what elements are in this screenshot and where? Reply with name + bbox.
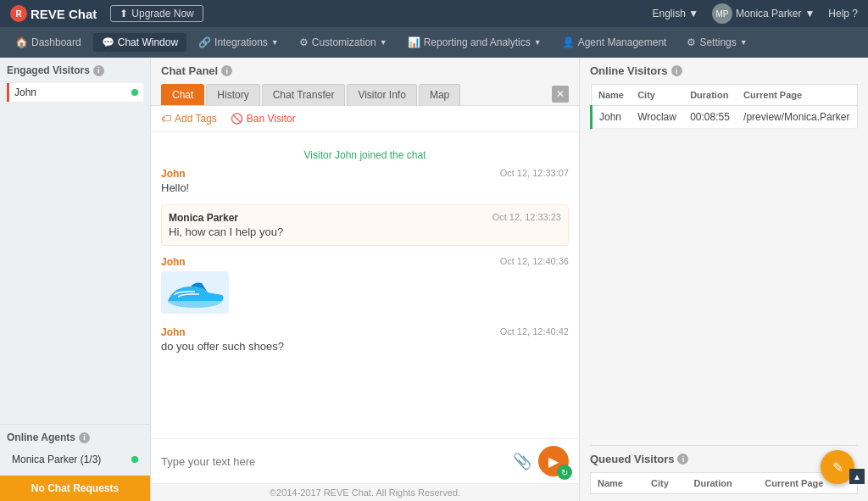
agent-item-name: Monica Parker (1/3) — [12, 454, 101, 465]
chat-input[interactable] — [161, 455, 506, 468]
no-chat-requests: No Chat Requests — [0, 476, 150, 501]
close-chat-button[interactable]: ✕ — [552, 86, 569, 103]
message-block-agent: Monica Parker Oct 12, 12:33:23 Hi, how c… — [161, 204, 569, 246]
chat-tabs: Chat History Chat Transfer Visitor Info … — [161, 84, 569, 105]
tab-chat[interactable]: Chat — [161, 84, 204, 105]
nav-dashboard[interactable]: 🏠 Dashboard — [7, 33, 90, 52]
online-visitors-section: Online Visitors i Name City Duration Cur… — [580, 58, 868, 445]
refresh-icon[interactable]: ↻ — [557, 465, 572, 480]
chat-actions: 🏷 Add Tags 🚫 Ban Visitor — [151, 106, 579, 132]
row-name: John — [592, 106, 632, 129]
agent-item[interactable]: Monica Parker (1/3) — [7, 450, 143, 469]
nav-customization[interactable]: ⚙ Customization ▼ — [291, 33, 396, 52]
nav-agent-management[interactable]: 👤 Agent Management — [554, 33, 676, 52]
language-selector[interactable]: English ▼ — [652, 8, 698, 19]
logo-icon: R — [10, 5, 27, 22]
engaged-visitors-title: Engaged Visitors i — [7, 64, 143, 76]
nav-reporting[interactable]: 📊 Reporting and Analytics ▼ — [399, 33, 550, 52]
msg-text: do you offer such shoes? — [161, 340, 569, 353]
logo: R REVE Chat — [10, 5, 97, 22]
msg-time: Oct 12, 12:33:23 — [492, 212, 561, 224]
info-icon[interactable]: i — [93, 65, 104, 76]
attach-icon[interactable]: 📎 — [513, 452, 531, 470]
tab-map[interactable]: Map — [419, 84, 460, 105]
col-city: City — [631, 85, 683, 106]
footer-copyright: ©2014-2017 REVE Chat. All Rights Reserve… — [151, 483, 579, 501]
tab-visitor-info[interactable]: Visitor Info — [347, 84, 416, 105]
right-panel: Online Visitors i Name City Duration Cur… — [580, 58, 868, 501]
message-header: John Oct 12, 12:33:07 — [161, 168, 569, 180]
chat-panel-title: Chat Panel i — [161, 64, 569, 77]
message-block: John Oct 12, 12:33:07 Hello! — [161, 168, 569, 194]
row-city: Wroclaw — [631, 106, 683, 129]
row-duration: 00:08:55 — [683, 106, 737, 129]
online-visitors-info-icon[interactable]: i — [671, 65, 682, 76]
agent-name[interactable]: MP Monica Parker ▼ — [712, 3, 815, 24]
status-dot — [131, 89, 138, 96]
main-layout: Engaged Visitors i John Online Agents i … — [0, 58, 868, 501]
table-row[interactable]: John Wroclaw 00:08:55 /preview/Monica.Pa… — [592, 106, 858, 129]
add-tags-link[interactable]: 🏷 Add Tags — [161, 113, 217, 125]
agent-status-dot — [131, 456, 138, 463]
nav-integrations[interactable]: 🔗 Integrations ▼ — [190, 33, 287, 52]
msg-sender: John — [161, 256, 186, 268]
shoe-image — [161, 271, 229, 316]
col-duration: Duration — [683, 85, 737, 106]
message-block: John Oct 12, 12:40:42 do you offer such … — [161, 326, 569, 353]
chat-messages: Visitor John joined the chat John Oct 12… — [151, 132, 579, 438]
row-page: /preview/Monica.Parker — [737, 106, 857, 129]
msg-time: Oct 12, 12:33:07 — [500, 168, 569, 180]
table-header-row: Name City Duration Current Page — [591, 473, 858, 494]
msg-time: Oct 12, 12:40:36 — [500, 256, 569, 268]
engaged-visitors-section: Engaged Visitors i John — [0, 58, 150, 424]
tab-history[interactable]: History — [206, 84, 259, 105]
center-panel: Chat Panel i Chat History Chat Transfer … — [151, 58, 580, 501]
online-agents-title: Online Agents i — [7, 431, 143, 443]
q-col-duration: Duration — [687, 473, 758, 494]
online-visitors-title: Online Visitors i — [590, 64, 858, 77]
message-header: Monica Parker Oct 12, 12:33:23 — [169, 212, 561, 224]
ban-visitor-link[interactable]: 🚫 Ban Visitor — [231, 113, 296, 125]
tab-chat-transfer[interactable]: Chat Transfer — [262, 84, 346, 105]
avatar: MP — [712, 3, 732, 24]
message-header: John Oct 12, 12:40:36 — [161, 256, 569, 268]
msg-sender: John — [161, 326, 186, 338]
chat-panel-info-icon[interactable]: i — [221, 65, 232, 76]
table-header-row: Name City Duration Current Page — [592, 85, 858, 106]
upgrade-button[interactable]: ⬆ Upgrade Now — [110, 5, 203, 22]
help-link[interactable]: Help ? — [828, 8, 858, 19]
nav-settings[interactable]: ⚙ Settings ▼ — [678, 33, 755, 52]
msg-text: Hi, how can I help you? — [169, 225, 561, 238]
col-name: Name — [592, 85, 632, 106]
navbar: 🏠 Dashboard 💬 Chat Window 🔗 Integrations… — [0, 27, 868, 58]
chat-panel-header: Chat Panel i Chat History Chat Transfer … — [151, 58, 579, 106]
queued-info-icon[interactable]: i — [677, 454, 688, 465]
online-agents-section: Online Agents i Monica Parker (1/3) — [0, 424, 150, 476]
fab-arrow[interactable]: ▲ — [849, 469, 865, 484]
logo-text: REVE Chat — [31, 7, 97, 21]
msg-sender: John — [161, 168, 186, 180]
agents-info-icon[interactable]: i — [79, 432, 90, 443]
send-wrap: ▶ ↻ — [538, 446, 569, 476]
visitor-item[interactable]: John — [7, 83, 143, 102]
msg-time: Oct 12, 12:40:42 — [500, 326, 569, 338]
online-visitors-table: Name City Duration Current Page John Wro… — [590, 84, 858, 129]
col-page: Current Page — [737, 85, 857, 106]
chat-input-area: 📎 ▶ ↻ — [151, 438, 579, 483]
q-col-name: Name — [591, 473, 645, 494]
message-header: John Oct 12, 12:40:42 — [161, 326, 569, 338]
msg-text: Hello! — [161, 181, 569, 194]
join-notice: Visitor John joined the chat — [161, 149, 569, 161]
q-col-city: City — [644, 473, 687, 494]
message-block: John Oct 12, 12:40:36 — [161, 256, 569, 316]
topbar: R REVE Chat ⬆ Upgrade Now English ▼ MP M… — [0, 0, 868, 27]
left-sidebar: Engaged Visitors i John Online Agents i … — [0, 58, 151, 501]
nav-chat-window[interactable]: 💬 Chat Window — [93, 33, 186, 52]
msg-sender: Monica Parker — [169, 212, 238, 224]
queued-visitors-table: Name City Duration Current Page — [590, 472, 858, 494]
visitor-name: John — [14, 86, 36, 98]
queued-visitors-title: Queued Visitors i — [590, 453, 858, 465]
